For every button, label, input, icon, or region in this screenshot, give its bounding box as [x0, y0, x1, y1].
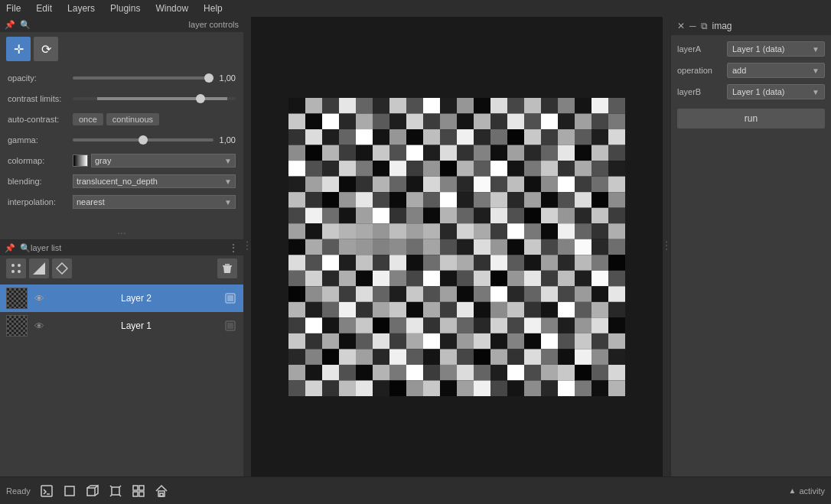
svg-rect-303 [474, 317, 490, 333]
run-button[interactable]: run [677, 109, 825, 128]
menu-layers[interactable]: Layers [64, 2, 98, 15]
svg-rect-294 [322, 317, 339, 333]
layerA-arrow-icon: ▼ [812, 45, 820, 54]
svg-rect-284 [490, 301, 507, 317]
layer-list-menu-icon[interactable]: ⋮ [228, 242, 239, 254]
svg-rect-128 [558, 176, 575, 192]
svg-rect-378 [389, 380, 406, 396]
svg-rect-124 [490, 176, 507, 192]
opacity-label: opacity: [8, 73, 73, 83]
image-canvas [288, 98, 625, 396]
svg-rect-11 [227, 323, 233, 329]
svg-rect-219 [406, 255, 423, 271]
close-button[interactable]: ✕ [677, 21, 685, 31]
popout-button[interactable]: ⧉ [701, 21, 708, 31]
svg-rect-243 [474, 270, 490, 286]
delete-layer-button[interactable] [217, 259, 237, 278]
collapse-dots-right: ••• [663, 241, 670, 252]
svg-rect-121 [440, 176, 457, 192]
colormap-label: colormap: [8, 156, 73, 165]
svg-rect-159 [406, 207, 423, 223]
svg-rect-77 [373, 145, 389, 161]
transform-buttons: ✛ ⟳ [0, 32, 243, 64]
svg-rect-203 [474, 239, 490, 255]
svg-rect-262 [457, 286, 474, 302]
layer-list-section: 📌 🔍 layer list ⋮ [0, 240, 243, 476]
colormap-arrow-icon: ▼ [224, 157, 232, 165]
svg-rect-306 [524, 317, 541, 333]
gamma-row: gamma: 1,00 [8, 132, 236, 148]
interpolation-dropdown[interactable]: nearest ▼ [73, 195, 236, 209]
svg-rect-300 [423, 317, 440, 333]
svg-rect-292 [288, 317, 305, 333]
pin-icon[interactable]: 📌 [5, 20, 15, 30]
svg-rect-122 [457, 176, 474, 192]
operation-dropdown[interactable]: add ▼ [727, 63, 825, 78]
menu-edit[interactable]: Edit [33, 2, 55, 15]
svg-rect-369 [575, 364, 591, 380]
svg-rect-270 [591, 286, 608, 302]
square-button[interactable] [60, 481, 80, 501]
layer-item[interactable]: 👁 Layer 2 [0, 285, 243, 312]
svg-rect-14 [322, 98, 339, 114]
search-icon[interactable]: 🔍 [20, 20, 31, 30]
opacity-slider[interactable] [73, 76, 213, 80]
search-icon-2[interactable]: 🔍 [20, 243, 31, 253]
layerB-dropdown[interactable]: Layer 1 (data) ▼ [727, 84, 825, 99]
minimize-button[interactable]: ─ [689, 21, 696, 31]
transform-button[interactable]: ⟳ [34, 37, 58, 61]
menu-plugins[interactable]: Plugins [107, 2, 143, 15]
svg-rect-182 [457, 223, 474, 239]
move-button[interactable]: ✛ [6, 37, 31, 61]
svg-rect-344 [490, 349, 507, 365]
svg-rect-267 [541, 286, 558, 302]
layer-2-visibility-toggle[interactable]: 👁 [32, 291, 46, 305]
svg-rect-93 [305, 161, 322, 177]
left-collapse-handle[interactable]: ••• [243, 17, 251, 476]
menu-file[interactable]: File [3, 2, 24, 15]
svg-rect-213 [305, 255, 322, 271]
layer-1-visibility-toggle[interactable]: 👁 [32, 319, 46, 333]
activity-label[interactable]: activity [799, 486, 825, 496]
auto-contrast-continuous-button[interactable]: continuous [106, 113, 159, 125]
svg-rect-174 [322, 223, 339, 239]
svg-rect-156 [356, 207, 373, 223]
colormap-row: colormap: gray ▼ [8, 153, 236, 168]
right-collapse-handle[interactable]: ••• [663, 17, 670, 476]
svg-rect-212 [288, 255, 305, 271]
opacity-row: opacity: 1,00 [8, 70, 236, 86]
svg-rect-191 [608, 223, 625, 239]
svg-rect-63 [474, 129, 490, 145]
svg-rect-184 [490, 223, 507, 239]
menu-window[interactable]: Window [152, 2, 191, 15]
svg-rect-362 [457, 364, 474, 380]
svg-rect-236 [356, 270, 373, 286]
expand-dots[interactable]: ... [0, 221, 243, 239]
auto-contrast-once-button[interactable]: once [73, 113, 103, 125]
home-button[interactable] [152, 481, 171, 501]
colormap-dropdown[interactable]: gray ▼ [91, 154, 236, 167]
contrast-limits-slider[interactable] [73, 97, 236, 100]
svg-rect-207 [541, 239, 558, 255]
svg-rect-60 [423, 129, 440, 145]
svg-rect-355 [339, 364, 356, 380]
layerA-dropdown[interactable]: Layer 1 (data) ▼ [727, 41, 825, 57]
3d-box-2-button[interactable] [106, 481, 125, 501]
3d-box-1-button[interactable] [83, 481, 103, 501]
terminal-button[interactable] [37, 481, 57, 501]
grid-button[interactable] [129, 481, 148, 501]
layer-item[interactable]: 👁 Layer 1 [0, 312, 243, 340]
svg-rect-175 [339, 223, 356, 239]
svg-rect-371 [608, 364, 625, 380]
points-tool-button[interactable] [6, 259, 26, 278]
menu-help[interactable]: Help [200, 2, 226, 15]
svg-rect-367 [541, 364, 558, 380]
labels-tool-button[interactable] [52, 259, 72, 278]
svg-rect-104 [490, 161, 507, 177]
shapes-tool-button[interactable] [29, 259, 49, 278]
blending-dropdown[interactable]: translucent_no_depth ▼ [73, 174, 236, 188]
svg-rect-200 [423, 239, 440, 255]
pin-icon-2[interactable]: 📌 [5, 243, 15, 253]
gamma-slider[interactable] [73, 138, 213, 141]
svg-rect-116 [356, 176, 373, 192]
